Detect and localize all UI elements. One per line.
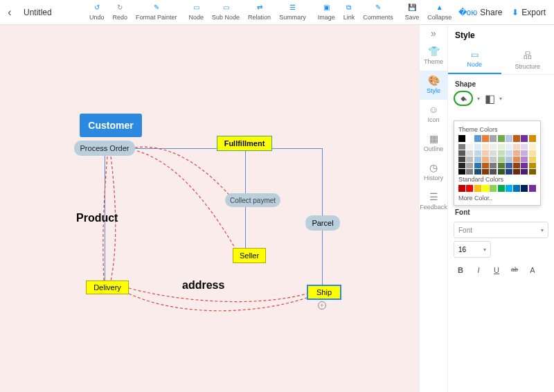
color-swatch[interactable] xyxy=(466,169,473,175)
color-swatch[interactable] xyxy=(458,169,465,175)
color-swatch[interactable] xyxy=(521,185,528,192)
color-swatch[interactable] xyxy=(466,150,473,156)
font-color-button[interactable]: A xyxy=(527,266,538,274)
tab-icon[interactable]: ☺Icon xyxy=(420,100,447,129)
collapse-button[interactable]: ▲Collapse xyxy=(423,0,456,25)
node-collect-payment[interactable]: Collect paymet xyxy=(225,193,280,207)
node-ship[interactable]: Ship xyxy=(307,285,341,300)
node-fulfillment[interactable]: Fullfillment xyxy=(217,136,272,151)
color-swatch[interactable] xyxy=(482,150,489,156)
color-swatch[interactable] xyxy=(529,150,536,156)
color-swatch[interactable] xyxy=(506,185,512,192)
color-swatch[interactable] xyxy=(458,163,465,168)
color-swatch[interactable] xyxy=(474,150,481,156)
format-painter-button[interactable]: ✎Format Painter xyxy=(132,0,181,25)
comments-button[interactable]: ✎Comments xyxy=(359,0,397,25)
color-swatch[interactable] xyxy=(498,185,505,192)
color-swatch[interactable] xyxy=(513,144,520,150)
color-swatch[interactable] xyxy=(529,185,536,192)
underline-button[interactable]: U xyxy=(491,266,502,274)
color-swatch[interactable] xyxy=(490,157,497,162)
color-swatch[interactable] xyxy=(474,163,481,168)
border-color-button[interactable]: ◧ xyxy=(484,93,495,104)
node-customer[interactable]: Customer xyxy=(80,114,142,137)
label-product[interactable]: Product xyxy=(76,212,118,224)
relation-button[interactable]: ⇄Relation xyxy=(244,0,275,25)
color-swatch[interactable] xyxy=(474,157,481,162)
tab-history[interactable]: ◷History xyxy=(420,158,447,187)
color-swatch[interactable] xyxy=(482,144,489,150)
color-swatch[interactable] xyxy=(474,144,481,150)
node-button[interactable]: ▭Node xyxy=(185,0,208,25)
redo-button[interactable]: ↻Redo xyxy=(109,0,132,25)
color-swatch[interactable] xyxy=(513,135,520,142)
tab-outline[interactable]: ▦Outline xyxy=(420,129,447,158)
color-swatch[interactable] xyxy=(513,157,520,162)
color-swatch[interactable] xyxy=(498,169,505,175)
color-swatch[interactable] xyxy=(490,150,497,156)
node-seller[interactable]: Seller xyxy=(233,248,266,263)
color-swatch[interactable] xyxy=(506,157,512,162)
color-swatch[interactable] xyxy=(482,163,489,168)
summary-button[interactable]: ☰Summary xyxy=(275,0,310,25)
canvas[interactable]: Customer Process Order Fullfillment Coll… xyxy=(0,25,419,392)
color-swatch[interactable] xyxy=(529,169,536,175)
color-swatch[interactable] xyxy=(506,135,512,142)
color-swatch[interactable] xyxy=(458,150,465,156)
color-swatch[interactable] xyxy=(529,135,536,142)
font-family-select[interactable]: Font▾ xyxy=(454,222,548,238)
node-parcel[interactable]: Parcel xyxy=(305,215,340,231)
export-button[interactable]: ⬇Export xyxy=(512,8,546,17)
color-swatch[interactable] xyxy=(521,157,528,162)
subtab-node[interactable]: ▭Node xyxy=(448,46,501,74)
color-swatch[interactable] xyxy=(529,144,536,150)
bold-button[interactable]: B xyxy=(455,266,466,274)
color-swatch[interactable] xyxy=(458,157,465,162)
color-swatch[interactable] xyxy=(482,169,489,175)
tab-feedback[interactable]: ☰Feedback xyxy=(420,187,447,216)
color-swatch[interactable] xyxy=(521,150,528,156)
color-swatch[interactable] xyxy=(521,163,528,168)
color-swatch[interactable] xyxy=(466,135,473,142)
color-swatch[interactable] xyxy=(498,157,505,162)
color-swatch[interactable] xyxy=(513,150,520,156)
color-swatch[interactable] xyxy=(466,144,473,150)
italic-button[interactable]: I xyxy=(473,266,484,274)
color-swatch[interactable] xyxy=(521,135,528,142)
color-swatch[interactable] xyxy=(458,135,465,142)
color-swatch[interactable] xyxy=(490,144,497,150)
color-swatch[interactable] xyxy=(498,163,505,168)
collapse-panel-button[interactable]: » xyxy=(420,25,447,42)
color-swatch[interactable] xyxy=(498,135,505,142)
back-button[interactable]: ‹ xyxy=(0,0,19,25)
fill-color-button[interactable] xyxy=(454,91,473,106)
color-swatch[interactable] xyxy=(513,169,520,175)
sub-node-button[interactable]: ▭Sub Node xyxy=(208,0,244,25)
strike-button[interactable]: ab xyxy=(509,266,520,274)
color-swatch[interactable] xyxy=(521,144,528,150)
color-swatch[interactable] xyxy=(513,185,520,192)
color-swatch[interactable] xyxy=(506,163,512,168)
color-swatch[interactable] xyxy=(482,135,489,142)
share-button[interactable]: �оюShare xyxy=(458,8,503,17)
color-swatch[interactable] xyxy=(506,144,512,150)
color-swatch[interactable] xyxy=(482,157,489,162)
color-swatch[interactable] xyxy=(521,169,528,175)
tab-style[interactable]: 🎨Style xyxy=(420,71,447,100)
add-child-button[interactable]: + xyxy=(318,301,326,310)
node-delivery[interactable]: Delivery xyxy=(86,280,129,294)
subtab-structure[interactable]: 品Structure xyxy=(501,46,555,74)
color-swatch[interactable] xyxy=(506,169,512,175)
color-swatch[interactable] xyxy=(482,185,489,192)
color-swatch[interactable] xyxy=(498,144,505,150)
color-swatch[interactable] xyxy=(458,144,465,150)
color-swatch[interactable] xyxy=(490,169,497,175)
color-swatch[interactable] xyxy=(506,150,512,156)
link-button[interactable]: ⧉Link xyxy=(339,0,359,25)
color-swatch[interactable] xyxy=(529,163,536,168)
color-swatch[interactable] xyxy=(474,169,481,175)
save-button[interactable]: 💾Save xyxy=(401,0,424,25)
color-swatch[interactable] xyxy=(474,135,481,142)
color-swatch[interactable] xyxy=(513,163,520,168)
color-swatch[interactable] xyxy=(466,185,473,192)
